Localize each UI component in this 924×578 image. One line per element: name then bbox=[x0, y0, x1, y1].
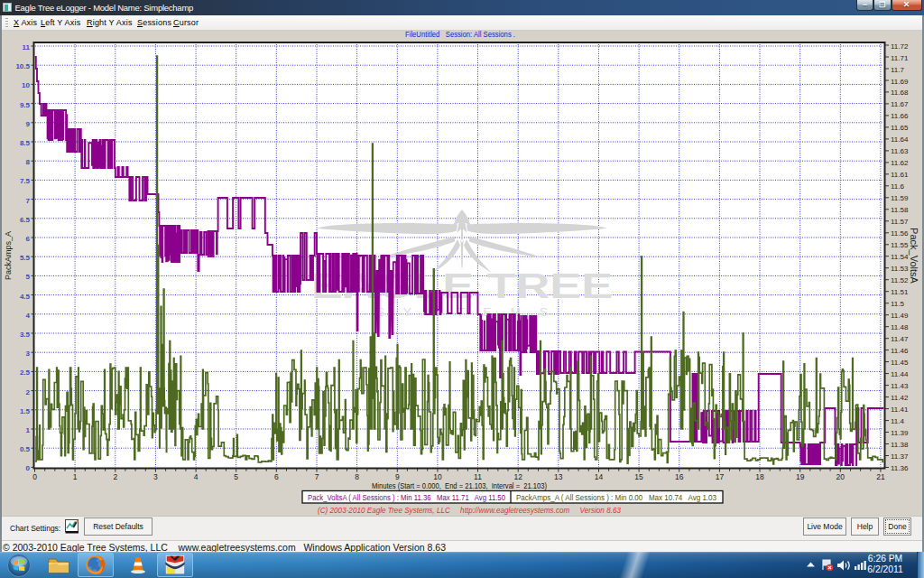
svg-text:PackAmps_A ( All Sessions ) :: PackAmps_A ( All Sessions ) : Min 0.00 M… bbox=[516, 493, 716, 502]
svg-text:Pack_VoltsA: Pack_VoltsA bbox=[909, 228, 919, 284]
svg-text:11.42: 11.42 bbox=[891, 394, 909, 402]
svg-text:11.59: 11.59 bbox=[891, 194, 909, 202]
svg-text:19: 19 bbox=[796, 472, 805, 481]
svg-text:6.5: 6.5 bbox=[20, 216, 31, 224]
svg-text:3.5: 3.5 bbox=[20, 331, 31, 339]
svg-text:7: 7 bbox=[315, 472, 319, 481]
svg-text:11: 11 bbox=[474, 472, 482, 481]
svg-text:11.49: 11.49 bbox=[891, 312, 909, 320]
svg-text:Minutes (Start = 0.000, End =: Minutes (Start = 0.000, End = 21.103, In… bbox=[372, 481, 547, 490]
svg-text:13: 13 bbox=[554, 472, 563, 481]
svg-text:11.56: 11.56 bbox=[891, 229, 909, 238]
svg-text:0: 0 bbox=[32, 472, 37, 481]
svg-text:11.62: 11.62 bbox=[891, 159, 909, 167]
svg-text:11.52: 11.52 bbox=[891, 276, 909, 284]
svg-text:2: 2 bbox=[113, 472, 117, 481]
svg-text:2.5: 2.5 bbox=[20, 368, 31, 377]
svg-text:11.57: 11.57 bbox=[891, 218, 909, 226]
svg-text:10: 10 bbox=[433, 472, 442, 481]
svg-text:11.58: 11.58 bbox=[891, 206, 909, 214]
svg-text:5: 5 bbox=[26, 273, 31, 281]
svg-text:3: 3 bbox=[26, 350, 31, 358]
svg-text:11.6: 11.6 bbox=[891, 182, 905, 191]
svg-text:11.47: 11.47 bbox=[891, 335, 909, 343]
svg-text:11.41: 11.41 bbox=[891, 406, 909, 414]
svg-text:11.5: 11.5 bbox=[891, 300, 905, 308]
svg-text:0.5: 0.5 bbox=[20, 445, 31, 453]
svg-text:8.5: 8.5 bbox=[20, 139, 31, 147]
svg-text:10.5: 10.5 bbox=[15, 62, 30, 70]
svg-text:11.51: 11.51 bbox=[891, 288, 909, 296]
svg-text:9: 9 bbox=[395, 472, 400, 481]
svg-text:20: 20 bbox=[836, 472, 845, 481]
svg-text:11.48: 11.48 bbox=[891, 323, 909, 331]
svg-text:Pack_VoltsA ( All Sessions ) :: Pack_VoltsA ( All Sessions ) : Min 11.36… bbox=[308, 493, 505, 502]
svg-text:11.65: 11.65 bbox=[891, 124, 909, 132]
svg-text:10: 10 bbox=[22, 81, 30, 89]
svg-text:(C) 2003-2010 Eagle Tree Syste: (C) 2003-2010 Eagle Tree Systems, LLC ht… bbox=[318, 506, 621, 515]
svg-text:11.69: 11.69 bbox=[891, 78, 909, 86]
svg-text:11.61: 11.61 bbox=[891, 171, 909, 179]
svg-text:11.68: 11.68 bbox=[891, 89, 909, 97]
svg-text:9: 9 bbox=[26, 120, 31, 128]
svg-text:15: 15 bbox=[634, 472, 643, 481]
svg-text:11.67: 11.67 bbox=[891, 100, 909, 108]
svg-text:14: 14 bbox=[595, 472, 604, 481]
svg-text:21: 21 bbox=[876, 472, 885, 481]
svg-text:11.43: 11.43 bbox=[891, 382, 909, 390]
svg-text:6: 6 bbox=[26, 235, 31, 243]
svg-text:2: 2 bbox=[26, 388, 31, 396]
svg-text:11.44: 11.44 bbox=[891, 370, 909, 378]
svg-text:8: 8 bbox=[355, 472, 359, 481]
svg-text:1.5: 1.5 bbox=[20, 407, 31, 415]
svg-text:8: 8 bbox=[26, 158, 31, 166]
svg-text:11.7: 11.7 bbox=[891, 66, 905, 74]
svg-text:11.46: 11.46 bbox=[891, 347, 909, 355]
svg-text:1: 1 bbox=[26, 426, 31, 434]
svg-text:11.39: 11.39 bbox=[891, 429, 909, 437]
svg-text:7.5: 7.5 bbox=[20, 177, 31, 185]
svg-text:11.36: 11.36 bbox=[891, 464, 909, 472]
svg-text:11.38: 11.38 bbox=[891, 441, 909, 449]
svg-text:11.37: 11.37 bbox=[891, 452, 909, 461]
svg-text:11.72: 11.72 bbox=[891, 42, 909, 51]
svg-text:7: 7 bbox=[26, 197, 31, 205]
svg-text:5: 5 bbox=[234, 472, 238, 481]
svg-text:11.64: 11.64 bbox=[891, 135, 909, 144]
svg-text:3: 3 bbox=[153, 472, 158, 481]
svg-text:11.55: 11.55 bbox=[891, 241, 909, 249]
svg-text:4: 4 bbox=[194, 472, 199, 481]
svg-text:12: 12 bbox=[513, 472, 522, 481]
svg-text:11.63: 11.63 bbox=[891, 147, 909, 155]
svg-text:11.53: 11.53 bbox=[891, 265, 909, 273]
svg-text:4.5: 4.5 bbox=[20, 293, 31, 301]
svg-text:0: 0 bbox=[26, 464, 31, 472]
svg-text:PackAmps_A: PackAmps_A bbox=[4, 231, 13, 280]
svg-text:5.5: 5.5 bbox=[20, 254, 31, 262]
svg-text:6: 6 bbox=[274, 472, 279, 481]
svg-text:1: 1 bbox=[73, 472, 78, 481]
svg-text:17: 17 bbox=[716, 472, 725, 481]
svg-text:16: 16 bbox=[675, 472, 684, 481]
svg-text:FileUntitled Session: All Se: FileUntitled Session: All Sessions . bbox=[405, 30, 515, 39]
svg-text:11.4: 11.4 bbox=[891, 417, 905, 425]
svg-text:18: 18 bbox=[755, 472, 764, 481]
svg-text:11.66: 11.66 bbox=[891, 112, 909, 120]
svg-text:9.5: 9.5 bbox=[20, 101, 31, 109]
svg-text:11.71: 11.71 bbox=[891, 54, 909, 62]
svg-text:11.54: 11.54 bbox=[891, 253, 909, 261]
svg-text:11.45: 11.45 bbox=[891, 359, 909, 367]
svg-text:4: 4 bbox=[26, 312, 31, 320]
svg-text:11: 11 bbox=[23, 43, 31, 51]
